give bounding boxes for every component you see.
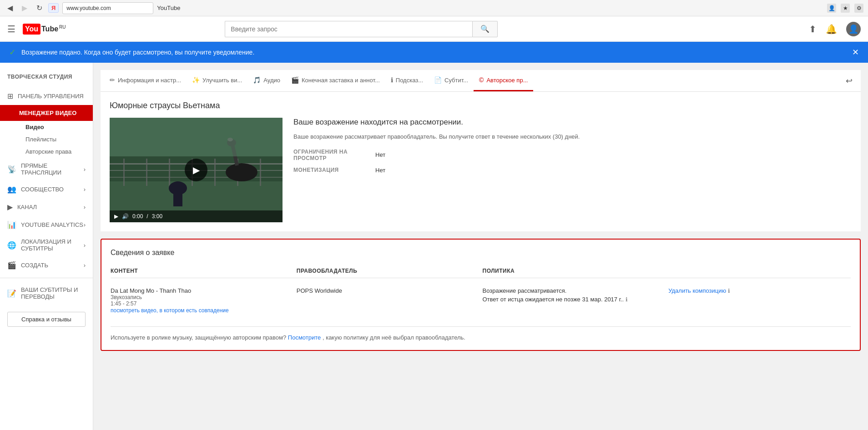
community-arrow: › [84,186,86,193]
help-button[interactable]: Справка и отзывы [7,312,86,327]
svg-rect-17 [173,188,182,206]
col-owner: ПРАВООБЛАДАТЕЛЬ [297,268,479,274]
monetization-label: МОНЕТИЗАЦИЯ [293,167,375,173]
col-action [668,268,851,274]
sidebar-item-video[interactable]: Видео [18,121,93,133]
video-manager-icon [7,110,15,116]
settings-icon[interactable]: ⚙ [854,4,863,13]
tab-copyright-label: Авторское пр... [486,77,528,84]
page-title: YouTube [157,5,180,11]
search-container: 🔍 [225,21,498,37]
youtube-logo: You Tube RU [23,24,66,35]
tab-endscreen-icon: 🎬 [291,76,299,84]
localization-label: ЛОКАЛИЗАЦИЯ И СУБТИТРЫ [21,238,84,252]
sidebar-item-analytics[interactable]: 📊 YOUTUBE ANALYTICS › [0,216,93,234]
sidebar-item-playlists[interactable]: Плейлисты [18,133,93,145]
tab-copyright[interactable]: © Авторское пр... [474,70,533,91]
community-left: 👥 СООБЩЕСТВО [7,185,64,194]
sidebar-item-video-manager[interactable]: МЕНЕДЖЕР ВИДЕО [0,105,93,121]
content-area: ✏ Информация и настр... ✨ Улучшить ви...… [93,63,868,430]
volume-control[interactable]: 🔊 [122,213,129,220]
author-rights-label: Авторские права [25,148,71,155]
tab-cards-icon: ℹ [391,76,393,84]
status-line2: Ответ от истца ожидается не позже 31 мар… [483,296,624,303]
logo-tube: Tube [41,25,58,33]
video-info: Ваше возражение находится на рассмотрени… [293,118,852,222]
back-button[interactable]: ◀ [5,3,15,14]
analytics-icon: 📊 [7,220,16,229]
tab-endscreen-label: Конечная заставка и аннот... [302,77,380,84]
channel-arrow: › [84,204,86,210]
col-policy: ПОЛИТИКА [483,268,665,274]
claim-footer: Используете в ролике музыку, защищённую … [111,326,851,341]
create-left: 🎬 СОЗДАТЬ [7,261,48,270]
sidebar-item-live[interactable]: 📡 ПРЯМЫЕ ТРАНСЛЯЦИИ › [0,158,93,180]
sidebar-item-dashboard[interactable]: ⊞ ПАНЕЛЬ УПРАВЛЕНИЯ [0,87,93,105]
sidebar-item-subtitles[interactable]: 📝 ВАШИ СУБТИТРЫ И ПЕРЕВОДЫ [0,282,93,305]
tab-endscreen[interactable]: 🎬 Конечная заставка и аннот... [286,70,385,91]
play-control[interactable]: ▶ [114,213,118,220]
tab-cards[interactable]: ℹ Подсказ... [385,70,429,91]
notification-banner: ✓ Возражение подано. Когда оно будет рас… [0,42,868,63]
restrictions-value: Нет [375,151,385,158]
search-button[interactable]: 🔍 [472,21,498,37]
sidebar-item-community[interactable]: 👥 СООБЩЕСТВО › [0,180,93,198]
status-cell: Возражение рассматривается. Ответ от ист… [483,287,665,303]
tab-back-button[interactable]: ↩ [841,71,857,90]
tab-subtitles[interactable]: 📄 Субтит... [429,70,474,91]
avatar[interactable]: 👤 [846,22,861,36]
svg-rect-6 [146,159,147,186]
tab-audio[interactable]: 🎵 Аудио [247,70,286,91]
live-left: 📡 ПРЯМЫЕ ТРАНСЛЯЦИИ [7,162,84,176]
url-bar[interactable] [62,2,153,14]
action-cell: Удалить композицию ℹ [668,287,851,294]
delete-link[interactable]: Удалить композицию [668,287,726,294]
search-input[interactable] [225,21,472,37]
refresh-button[interactable]: ↻ [34,3,45,14]
logo-you: You [23,24,40,35]
tab-info[interactable]: ✏ Информация и настр... [104,70,187,91]
close-button[interactable]: ✕ [852,47,859,57]
status-info-icon: ℹ [626,296,628,303]
upload-icon[interactable]: ⬆ [809,24,817,35]
logo-ru: RU [59,25,66,30]
sidebar-item-author-rights[interactable]: Авторские права [18,145,93,158]
footer-link[interactable]: Посмотрите [288,334,321,341]
sidebar-item-create[interactable]: 🎬 СОЗДАТЬ › [0,256,93,274]
monetization-value: Нет [375,167,385,174]
menu-icon[interactable]: ☰ [7,24,15,35]
play-button[interactable]: ▶ [185,159,207,181]
svg-rect-11 [260,159,261,186]
sidebar-item-localization[interactable]: 🌐 ЛОКАЛИЗАЦИЯ И СУБТИТРЫ › [0,234,93,256]
analytics-left: 📊 YOUTUBE ANALYTICS [7,220,83,229]
localization-arrow: › [84,242,86,249]
tab-subtitles-icon: 📄 [434,76,442,84]
delete-info-icon: ℹ [728,288,730,294]
profile-icon[interactable]: 👤 [827,4,836,13]
svg-rect-15 [110,118,283,156]
channel-icon: ▶ [7,203,13,211]
tab-enhance-icon: ✨ [192,76,200,84]
forward-button[interactable]: ▶ [19,3,30,14]
video-label: Видео [25,124,44,130]
browser-bar: ◀ ▶ ↻ Я YouTube 👤 ★ ⚙ [0,0,868,16]
subtitles-label: ВАШИ СУБТИТРЫ И ПЕРЕВОДЫ [21,286,86,300]
live-icon: 📡 [7,165,16,174]
community-label: СООБЩЕСТВО [21,186,64,193]
video-main: ▶ ▶ 🔊 0:00 / 3:00 Ваше возражение находи… [110,118,852,222]
status-desc: Ваше возражение рассматривает правооблад… [293,132,852,141]
bell-icon[interactable]: 🔔 [826,24,837,35]
live-label: ПРЯМЫЕ ТРАНСЛЯЦИИ [21,162,84,176]
footer-text2: , какую политику для неё выбрал правообл… [323,334,465,341]
svg-rect-9 [214,159,216,186]
channel-label: КАНАЛ [17,204,37,210]
content-link[interactable]: посмотреть видео, в котором есть совпаде… [111,307,229,314]
content-time: 1:45 - 2:57 [111,300,293,307]
sidebar-item-channel[interactable]: ▶ КАНАЛ › [0,198,93,216]
video-player[interactable]: ▶ ▶ 🔊 0:00 / 3:00 [110,118,283,222]
tab-enhance[interactable]: ✨ Улучшить ви... [187,70,247,91]
star-icon[interactable]: ★ [841,4,850,13]
claim-table-header: КОНТЕНТ ПРАВООБЛАДАТЕЛЬ ПОЛИТИКА [111,264,851,278]
restrictions-row: ОГРАНИЧЕНИЯ НА ПРОСМОТР Нет [293,149,852,161]
tab-copyright-icon: © [479,76,484,84]
